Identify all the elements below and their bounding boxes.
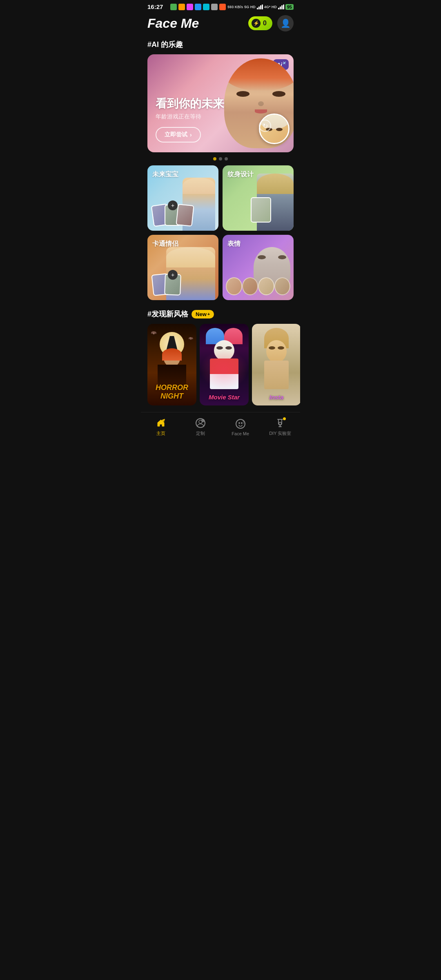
faceme-icon xyxy=(235,418,246,430)
network-type2: 4G* HD xyxy=(264,5,277,9)
profile-icon: 👤 xyxy=(281,18,291,28)
app-icon-4 xyxy=(195,4,201,10)
home-label: 主页 xyxy=(156,430,165,437)
hero-content: 看到你的未来 年龄游戏正在等待 立即尝试 › xyxy=(147,54,294,152)
style-card-horror[interactable]: 🦇 🦇 HORRORNIGHT xyxy=(147,324,196,405)
card-label-emotion: 表情 xyxy=(227,240,241,248)
faceme-label: Face Me xyxy=(232,431,249,436)
hero-cta-label: 立即尝试 xyxy=(165,131,187,138)
style-card-movie-star[interactable]: Movie Star xyxy=(200,324,249,405)
emotion-face-3 xyxy=(258,277,274,295)
feature-card-cartoon[interactable]: 卡通情侣 + 🌀 xyxy=(147,235,218,300)
insta-label: Insta xyxy=(252,394,300,401)
emotion-face-2 xyxy=(242,277,258,295)
svg-point-5 xyxy=(238,422,240,424)
feature-card-tattoo[interactable]: 纹身设计 xyxy=(223,165,294,231)
hero-cta-button[interactable]: 立即尝试 › xyxy=(156,127,201,143)
movie-star-label: Movie Star xyxy=(200,394,249,401)
app-icon-7 xyxy=(219,4,226,10)
hero-banner[interactable]: Ai✕ ↻ 看到你的未来 xyxy=(147,54,294,152)
add-button-cartoon[interactable]: + xyxy=(168,270,178,280)
app-icon-6 xyxy=(211,4,218,10)
app-icon-1 xyxy=(170,4,177,10)
dot-3 xyxy=(225,157,228,160)
feature-cards-grid: 未来宝宝 + 🌀 纹身设计 卡通情侣 xyxy=(141,165,300,300)
coins-badge[interactable]: ⚡ 0 xyxy=(248,16,272,30)
discover-title-row: #发现新风格 New+ xyxy=(141,309,300,324)
feature-card-emotion[interactable]: 表情 xyxy=(223,235,294,300)
hero-subtitle: 年龄游戏正在等待 xyxy=(156,113,285,120)
app-icon-2 xyxy=(178,4,185,10)
hero-cta-arrow: › xyxy=(190,131,192,138)
home-icon xyxy=(155,417,167,429)
emotion-face-1 xyxy=(226,277,242,295)
emotion-face-4 xyxy=(274,277,291,295)
ai-section-title: #AI 的乐趣 xyxy=(141,36,300,54)
diy-label: DIY 实验室 xyxy=(269,430,291,437)
signal-icon xyxy=(257,4,263,9)
svg-point-7 xyxy=(279,422,281,425)
emotion-faces-row xyxy=(223,277,294,295)
profile-button[interactable]: 👤 xyxy=(277,15,294,31)
app-icon-5 xyxy=(203,4,209,10)
nav-faceme[interactable]: Face Me xyxy=(220,418,261,436)
app-icon-3 xyxy=(187,4,193,10)
card-label-baby: 未来宝宝 xyxy=(152,170,178,179)
dot-1 xyxy=(213,157,216,160)
style-cards-row: 🦇 🦇 HORRORNIGHT xyxy=(141,324,300,405)
bat-left: 🦇 xyxy=(151,330,157,336)
new-badge: New+ xyxy=(192,310,214,318)
discover-section: #发现新风格 New+ 🦇 🦇 xyxy=(141,304,300,405)
hero-title: 看到你的未来 xyxy=(156,96,285,111)
dot-2 xyxy=(219,157,222,160)
card-label-tattoo: 纹身设计 xyxy=(227,170,254,179)
notification-icons xyxy=(170,4,226,10)
system-icons: 593 KB/s 5G HD 4G* HD 95 xyxy=(227,4,294,10)
network-type1: 5G HD xyxy=(244,5,256,9)
network-speed: 593 KB/s xyxy=(227,5,243,9)
status-bar: 16:27 593 KB/s 5G HD 4G* HD xyxy=(141,0,300,12)
nav-home[interactable]: 主页 xyxy=(141,417,181,437)
add-button-baby[interactable]: + xyxy=(168,200,178,210)
status-time: 16:27 xyxy=(147,3,163,10)
diy-icon xyxy=(274,417,286,429)
style-card-insta[interactable]: Insta xyxy=(252,324,300,405)
app-header: Face Me ⚡ 0 👤 xyxy=(141,12,300,36)
custom-label: 定制 xyxy=(196,430,205,437)
battery-indicator: 95 xyxy=(285,4,294,10)
app-title: Face Me xyxy=(147,16,199,31)
bottom-navigation: 主页 定制 Face Me xyxy=(141,412,300,446)
status-right: 593 KB/s 5G HD 4G* HD 95 xyxy=(170,4,294,10)
coins-count: 0 xyxy=(263,20,267,27)
svg-point-6 xyxy=(241,422,243,424)
nav-diy[interactable]: DIY 实验室 xyxy=(261,417,301,437)
bat-right: 🦇 xyxy=(188,336,193,341)
coins-icon: ⚡ xyxy=(252,19,261,28)
discover-title: #发现新风格 xyxy=(147,309,188,319)
tattoo-small-photo xyxy=(251,197,271,223)
custom-icon xyxy=(195,417,206,429)
banner-dots xyxy=(141,157,300,160)
header-actions: ⚡ 0 👤 xyxy=(248,15,294,31)
signal-icon-2 xyxy=(278,4,284,9)
horror-label: HORRORNIGHT xyxy=(147,383,196,401)
nav-custom[interactable]: 定制 xyxy=(181,417,221,437)
feature-card-future-baby[interactable]: 未来宝宝 + 🌀 xyxy=(147,165,218,231)
